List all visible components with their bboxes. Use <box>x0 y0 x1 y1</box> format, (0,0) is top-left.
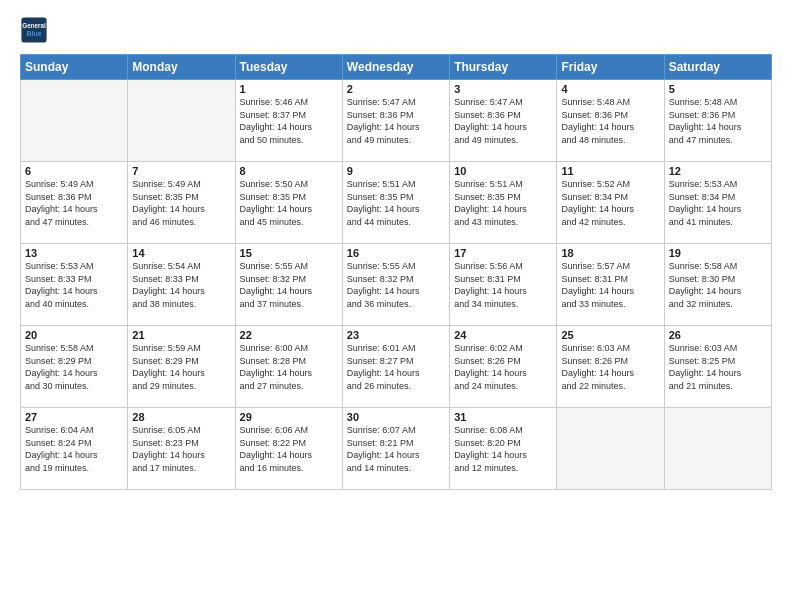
day-info: Sunrise: 5:48 AM Sunset: 8:36 PM Dayligh… <box>669 96 767 146</box>
day-number: 11 <box>561 165 659 177</box>
calendar-cell: 31Sunrise: 6:08 AM Sunset: 8:20 PM Dayli… <box>450 408 557 490</box>
calendar-cell: 28Sunrise: 6:05 AM Sunset: 8:23 PM Dayli… <box>128 408 235 490</box>
svg-text:Blue: Blue <box>26 30 41 37</box>
day-of-week-header: Saturday <box>664 55 771 80</box>
day-info: Sunrise: 6:02 AM Sunset: 8:26 PM Dayligh… <box>454 342 552 392</box>
day-number: 27 <box>25 411 123 423</box>
day-of-week-header: Sunday <box>21 55 128 80</box>
day-of-week-header: Wednesday <box>342 55 449 80</box>
day-number: 12 <box>669 165 767 177</box>
day-info: Sunrise: 5:48 AM Sunset: 8:36 PM Dayligh… <box>561 96 659 146</box>
day-number: 31 <box>454 411 552 423</box>
day-of-week-header: Thursday <box>450 55 557 80</box>
day-info: Sunrise: 5:47 AM Sunset: 8:36 PM Dayligh… <box>347 96 445 146</box>
calendar-cell <box>664 408 771 490</box>
calendar-cell: 15Sunrise: 5:55 AM Sunset: 8:32 PM Dayli… <box>235 244 342 326</box>
day-info: Sunrise: 5:59 AM Sunset: 8:29 PM Dayligh… <box>132 342 230 392</box>
day-number: 18 <box>561 247 659 259</box>
calendar-cell <box>21 80 128 162</box>
day-info: Sunrise: 5:49 AM Sunset: 8:35 PM Dayligh… <box>132 178 230 228</box>
day-number: 2 <box>347 83 445 95</box>
calendar-cell: 8Sunrise: 5:50 AM Sunset: 8:35 PM Daylig… <box>235 162 342 244</box>
day-number: 17 <box>454 247 552 259</box>
day-number: 15 <box>240 247 338 259</box>
calendar-header-row: SundayMondayTuesdayWednesdayThursdayFrid… <box>21 55 772 80</box>
calendar-week-row: 6Sunrise: 5:49 AM Sunset: 8:36 PM Daylig… <box>21 162 772 244</box>
calendar-cell <box>128 80 235 162</box>
calendar-cell: 13Sunrise: 5:53 AM Sunset: 8:33 PM Dayli… <box>21 244 128 326</box>
day-info: Sunrise: 5:50 AM Sunset: 8:35 PM Dayligh… <box>240 178 338 228</box>
calendar-cell: 30Sunrise: 6:07 AM Sunset: 8:21 PM Dayli… <box>342 408 449 490</box>
day-number: 19 <box>669 247 767 259</box>
day-number: 10 <box>454 165 552 177</box>
calendar-cell: 19Sunrise: 5:58 AM Sunset: 8:30 PM Dayli… <box>664 244 771 326</box>
calendar-cell <box>557 408 664 490</box>
calendar-cell: 4Sunrise: 5:48 AM Sunset: 8:36 PM Daylig… <box>557 80 664 162</box>
header: General Blue <box>20 16 772 44</box>
calendar-cell: 17Sunrise: 5:56 AM Sunset: 8:31 PM Dayli… <box>450 244 557 326</box>
calendar-week-row: 20Sunrise: 5:58 AM Sunset: 8:29 PM Dayli… <box>21 326 772 408</box>
day-number: 23 <box>347 329 445 341</box>
calendar-cell: 25Sunrise: 6:03 AM Sunset: 8:26 PM Dayli… <box>557 326 664 408</box>
day-info: Sunrise: 5:52 AM Sunset: 8:34 PM Dayligh… <box>561 178 659 228</box>
day-info: Sunrise: 5:57 AM Sunset: 8:31 PM Dayligh… <box>561 260 659 310</box>
calendar-cell: 7Sunrise: 5:49 AM Sunset: 8:35 PM Daylig… <box>128 162 235 244</box>
day-number: 26 <box>669 329 767 341</box>
day-number: 8 <box>240 165 338 177</box>
logo-icon: General Blue <box>20 16 48 44</box>
day-number: 22 <box>240 329 338 341</box>
day-number: 9 <box>347 165 445 177</box>
calendar: SundayMondayTuesdayWednesdayThursdayFrid… <box>20 54 772 490</box>
day-info: Sunrise: 5:53 AM Sunset: 8:34 PM Dayligh… <box>669 178 767 228</box>
calendar-cell: 22Sunrise: 6:00 AM Sunset: 8:28 PM Dayli… <box>235 326 342 408</box>
calendar-cell: 9Sunrise: 5:51 AM Sunset: 8:35 PM Daylig… <box>342 162 449 244</box>
page: General Blue SundayMondayTuesdayWednesda… <box>0 0 792 500</box>
calendar-cell: 23Sunrise: 6:01 AM Sunset: 8:27 PM Dayli… <box>342 326 449 408</box>
day-number: 25 <box>561 329 659 341</box>
day-number: 21 <box>132 329 230 341</box>
day-number: 4 <box>561 83 659 95</box>
calendar-cell: 16Sunrise: 5:55 AM Sunset: 8:32 PM Dayli… <box>342 244 449 326</box>
day-info: Sunrise: 5:58 AM Sunset: 8:29 PM Dayligh… <box>25 342 123 392</box>
day-number: 28 <box>132 411 230 423</box>
day-info: Sunrise: 5:51 AM Sunset: 8:35 PM Dayligh… <box>347 178 445 228</box>
calendar-cell: 29Sunrise: 6:06 AM Sunset: 8:22 PM Dayli… <box>235 408 342 490</box>
calendar-cell: 12Sunrise: 5:53 AM Sunset: 8:34 PM Dayli… <box>664 162 771 244</box>
calendar-week-row: 13Sunrise: 5:53 AM Sunset: 8:33 PM Dayli… <box>21 244 772 326</box>
calendar-cell: 3Sunrise: 5:47 AM Sunset: 8:36 PM Daylig… <box>450 80 557 162</box>
day-number: 1 <box>240 83 338 95</box>
day-info: Sunrise: 5:46 AM Sunset: 8:37 PM Dayligh… <box>240 96 338 146</box>
day-of-week-header: Friday <box>557 55 664 80</box>
calendar-week-row: 27Sunrise: 6:04 AM Sunset: 8:24 PM Dayli… <box>21 408 772 490</box>
day-info: Sunrise: 5:47 AM Sunset: 8:36 PM Dayligh… <box>454 96 552 146</box>
day-of-week-header: Monday <box>128 55 235 80</box>
day-info: Sunrise: 6:03 AM Sunset: 8:25 PM Dayligh… <box>669 342 767 392</box>
calendar-cell: 27Sunrise: 6:04 AM Sunset: 8:24 PM Dayli… <box>21 408 128 490</box>
day-number: 29 <box>240 411 338 423</box>
day-number: 3 <box>454 83 552 95</box>
day-number: 7 <box>132 165 230 177</box>
day-info: Sunrise: 6:05 AM Sunset: 8:23 PM Dayligh… <box>132 424 230 474</box>
day-info: Sunrise: 6:06 AM Sunset: 8:22 PM Dayligh… <box>240 424 338 474</box>
day-info: Sunrise: 5:51 AM Sunset: 8:35 PM Dayligh… <box>454 178 552 228</box>
day-info: Sunrise: 5:56 AM Sunset: 8:31 PM Dayligh… <box>454 260 552 310</box>
calendar-cell: 10Sunrise: 5:51 AM Sunset: 8:35 PM Dayli… <box>450 162 557 244</box>
day-number: 13 <box>25 247 123 259</box>
calendar-cell: 2Sunrise: 5:47 AM Sunset: 8:36 PM Daylig… <box>342 80 449 162</box>
day-number: 6 <box>25 165 123 177</box>
calendar-week-row: 1Sunrise: 5:46 AM Sunset: 8:37 PM Daylig… <box>21 80 772 162</box>
day-of-week-header: Tuesday <box>235 55 342 80</box>
day-number: 20 <box>25 329 123 341</box>
day-info: Sunrise: 6:00 AM Sunset: 8:28 PM Dayligh… <box>240 342 338 392</box>
day-number: 14 <box>132 247 230 259</box>
calendar-cell: 20Sunrise: 5:58 AM Sunset: 8:29 PM Dayli… <box>21 326 128 408</box>
day-info: Sunrise: 6:04 AM Sunset: 8:24 PM Dayligh… <box>25 424 123 474</box>
day-number: 16 <box>347 247 445 259</box>
svg-text:General: General <box>22 22 46 29</box>
calendar-cell: 6Sunrise: 5:49 AM Sunset: 8:36 PM Daylig… <box>21 162 128 244</box>
calendar-cell: 26Sunrise: 6:03 AM Sunset: 8:25 PM Dayli… <box>664 326 771 408</box>
day-number: 5 <box>669 83 767 95</box>
day-info: Sunrise: 6:08 AM Sunset: 8:20 PM Dayligh… <box>454 424 552 474</box>
calendar-cell: 5Sunrise: 5:48 AM Sunset: 8:36 PM Daylig… <box>664 80 771 162</box>
day-number: 30 <box>347 411 445 423</box>
